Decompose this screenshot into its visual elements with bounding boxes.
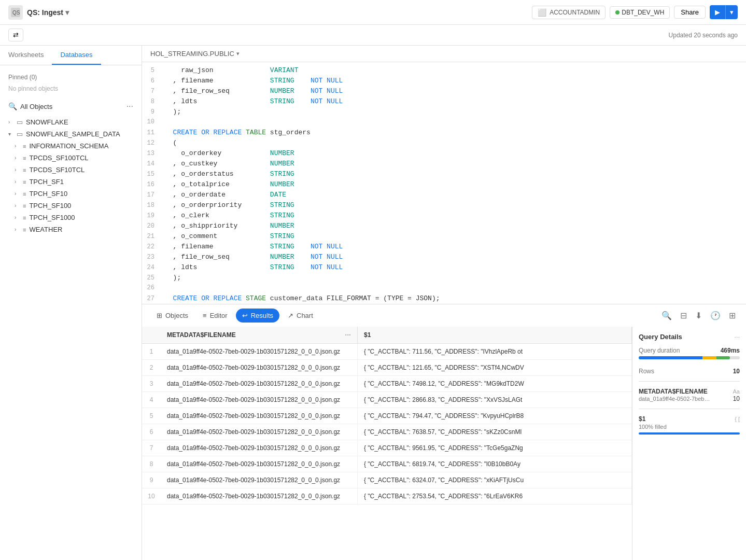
schema-label-tpch1000: TPCH_SF1000 xyxy=(29,214,75,221)
code-line-12: 12 ( xyxy=(142,139,746,149)
schema-icon: ≡ xyxy=(23,143,26,149)
row-num-cell: 2 xyxy=(142,360,161,375)
qd-duration-value: 469ms xyxy=(721,347,740,354)
table-header: METADATA$FILENAME ··· $1 xyxy=(142,327,632,344)
tree-item-information-schema[interactable]: › ≡ INFORMATION_SCHEMA xyxy=(0,140,142,152)
no-pinned-text: No pinned objects xyxy=(8,83,133,94)
account-label: ACCOUNTADMIN xyxy=(550,9,600,16)
row-num-cell: 1 xyxy=(142,344,161,359)
tree-item-weather[interactable]: › ≡ WEATHER xyxy=(0,223,142,235)
qd-col1-header: METADATA$FILENAME Aa xyxy=(639,388,740,395)
chevron-right-icon-9: › xyxy=(15,227,20,232)
editor-area: HOL_STREAMING.PUBLIC ▾ 5 raw_json VARIAN… xyxy=(142,46,746,560)
tab-chart-label: Chart xyxy=(297,312,313,319)
account-selector[interactable]: ⬜ ACCOUNTADMIN xyxy=(532,6,606,19)
schema-icon-3: ≡ xyxy=(23,167,26,173)
col1-more-icon[interactable]: ··· xyxy=(345,331,351,339)
download-icon[interactable]: ⬇ xyxy=(693,309,704,323)
breadcrumb-dropdown-icon[interactable]: ▾ xyxy=(236,50,240,57)
row-num-cell: 4 xyxy=(142,392,161,408)
tree-item-tpch-sf10[interactable]: › ≡ TPCH_SF10 xyxy=(0,188,142,200)
tab-results[interactable]: ↩ Results xyxy=(236,309,279,323)
qd-col2-header: $1 { [ xyxy=(639,415,740,423)
code-line-6: 6 , filename STRING NOT NULL xyxy=(142,77,746,87)
tree-item-tpcds-sf100tcl[interactable]: › ≡ TPCDS_SF100TCL xyxy=(0,152,142,164)
code-line-13: 13 o_orderkey NUMBER xyxy=(142,149,746,160)
results-wrapper: METADATA$FILENAME ··· $1 1 data_01a9ff4e… xyxy=(142,327,746,560)
tab-editor[interactable]: ≡ Editor xyxy=(196,309,234,323)
results-icon: ↩ xyxy=(242,312,248,319)
code-line-15: 15 , o_orderstatus STRING xyxy=(142,170,746,180)
tree-item-snowflake-sample[interactable]: ▾ ▭ SNOWFLAKE_SAMPLE_DATA xyxy=(0,128,142,140)
schema-label-tpch100: TPCH_SF100 xyxy=(29,202,71,209)
all-objects-label: All Objects xyxy=(20,103,123,110)
row-num-header xyxy=(142,327,161,343)
code-line-5: 5 raw_json VARIANT xyxy=(142,66,746,77)
app-logo: QS xyxy=(8,5,23,20)
tab-editor-label: Editor xyxy=(210,312,228,319)
warehouse-label: DBT_DEV_WH xyxy=(622,9,664,16)
account-icon: ⬜ xyxy=(538,8,546,17)
filter-button[interactable]: ⇄ xyxy=(8,29,23,41)
tree-item-tpch-sf1000[interactable]: › ≡ TPCH_SF1000 xyxy=(0,212,142,223)
title-dropdown-icon[interactable]: ▾ xyxy=(65,8,69,17)
title-text: QS: Ingest xyxy=(27,8,63,17)
row-num-cell: 6 xyxy=(142,424,161,440)
qd-col1-name: METADATA$FILENAME xyxy=(639,388,708,395)
tree-item-snowflake[interactable]: › ▭ SNOWFLAKE xyxy=(0,116,142,128)
search-icon: 🔍 xyxy=(8,102,17,110)
svg-text:QS: QS xyxy=(12,10,20,16)
chevron-right-icon-4: › xyxy=(15,167,20,173)
snowflake-db-label: SNOWFLAKE xyxy=(26,118,68,126)
schema-label-tpch1: TPCH_SF1 xyxy=(29,178,63,186)
filter-icon: ⇄ xyxy=(13,31,19,39)
schema-icon-2: ≡ xyxy=(23,155,26,161)
tree-item-tpch-sf100[interactable]: › ≡ TPCH_SF100 xyxy=(0,200,142,212)
clock-icon[interactable]: 🕐 xyxy=(708,309,723,323)
run-button[interactable]: ▶ xyxy=(710,5,725,19)
col1-header: METADATA$FILENAME ··· xyxy=(161,327,358,343)
json-cell: { "C_ACCTBAL": 121.65, "C_ADDRESS": "XST… xyxy=(358,360,632,375)
schema-label-info: INFORMATION_SCHEMA xyxy=(29,142,108,150)
qd-col2-section: $1 { [ 100% filled xyxy=(639,415,740,435)
run-dropdown-button[interactable]: ▾ xyxy=(725,5,738,19)
layout-icon[interactable]: ⊞ xyxy=(727,309,738,323)
qd-divider-1 xyxy=(639,381,740,382)
schema-icon-8: ≡ xyxy=(23,227,26,233)
table-row: 8 data_01a9ff4e-0502-7beb-0029-1b0301571… xyxy=(142,456,632,472)
code-line-18: 18 , o_orderpriority STRING xyxy=(142,201,746,212)
table-body: 1 data_01a9ff4e-0502-7beb-0029-1b0301571… xyxy=(142,344,632,505)
subheader: ⇄ Updated 20 seconds ago xyxy=(0,25,746,46)
table-row: 3 data_01a9ff4e-0502-7beb-0029-1b0301571… xyxy=(142,376,632,392)
tree-item-tpch-sf1[interactable]: › ≡ TPCH_SF1 xyxy=(0,176,142,188)
run-button-group: ▶ ▾ xyxy=(710,5,738,19)
filename-cell: data_01a9ff4e-0502-7beb-0029-1b030157128… xyxy=(161,456,358,472)
qd-duration-row: Query duration 469ms xyxy=(639,347,740,354)
code-line-27: 27 CREATE OR REPLACE STAGE customer_data… xyxy=(142,295,746,304)
qd-more-icon[interactable]: ··· xyxy=(734,333,740,341)
breadcrumb-text: HOL_STREAMING.PUBLIC xyxy=(150,50,234,58)
tab-chart[interactable]: ↗ Chart xyxy=(281,309,319,323)
warehouse-selector[interactable]: DBT_DEV_WH xyxy=(610,6,670,19)
tab-objects-label: Objects xyxy=(165,312,188,319)
code-line-10: 10 xyxy=(142,118,746,129)
code-line-22: 22 , filename STRING NOT NULL xyxy=(142,243,746,253)
more-options-icon[interactable]: ··· xyxy=(126,102,133,111)
code-editor[interactable]: 5 raw_json VARIANT 6 , filename STRING N… xyxy=(142,62,746,304)
pinned-title: Pinned (0) xyxy=(8,74,133,81)
tree-item-tpcds-sf10tcl[interactable]: › ≡ TPCDS_SF10TCL xyxy=(0,164,142,176)
tab-worksheets[interactable]: Worksheets xyxy=(0,46,52,65)
schema-label-weather: WEATHER xyxy=(29,226,62,233)
code-line-11: 11 CREATE OR REPLACE TABLE stg_orders xyxy=(142,129,746,139)
search-table-icon[interactable]: 🔍 xyxy=(659,309,674,323)
code-line-21: 21 , o_comment STRING xyxy=(142,232,746,243)
json-cell: { "C_ACCTBAL": 7498.12, "C_ADDRESS": "MG… xyxy=(358,376,632,391)
tab-databases[interactable]: Databases xyxy=(52,46,101,65)
chevron-right-icon-3: › xyxy=(15,155,20,161)
tab-objects[interactable]: ⊞ Objects xyxy=(150,309,194,323)
share-button[interactable]: Share xyxy=(674,6,706,19)
row-num-cell: 5 xyxy=(142,408,161,424)
columns-icon[interactable]: ⊟ xyxy=(678,309,689,323)
filename-cell: data_01a9ff4e-0502-7beb-0029-1b030157128… xyxy=(161,392,358,408)
database-tree: › ▭ SNOWFLAKE ▾ ▭ SNOWFLAKE_SAMPLE_DATA … xyxy=(0,114,142,237)
